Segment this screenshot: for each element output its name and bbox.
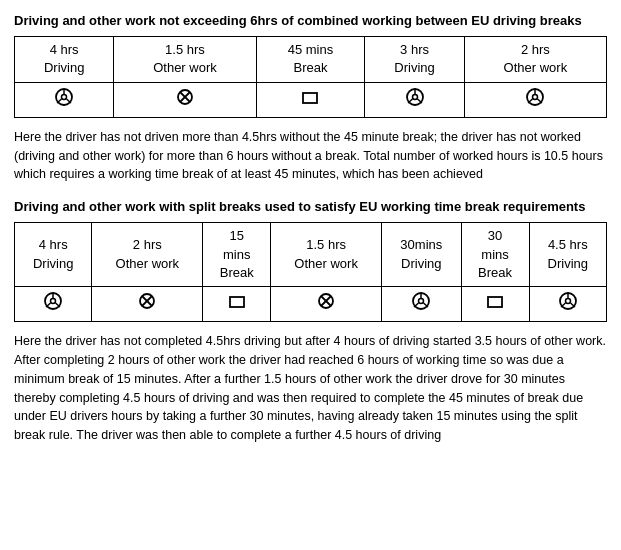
table-row-icons <box>15 82 607 117</box>
cell-s1-c5-label: 2 hrsOther work <box>464 37 606 82</box>
cell-s1-c4-icon <box>365 82 464 117</box>
table2-row-labels: 4 hrsDriving 2 hrsOther work 15minsBreak… <box>15 223 607 287</box>
steering-icon-6 <box>558 291 578 311</box>
svg-point-10 <box>412 94 417 99</box>
cell-s1-c5-icon <box>464 82 606 117</box>
cell-s1-c3-label: 45 minsBreak <box>256 37 365 82</box>
svg-point-20 <box>51 298 56 303</box>
section2-description: Here the driver has not completed 4.5hrs… <box>14 332 607 445</box>
cell-s2-c2-label: 2 hrsOther work <box>92 223 203 287</box>
cell-s1-c4-label: 3 hrsDriving <box>365 37 464 82</box>
cell-s2-c6-label: 30minsBreak <box>461 223 529 287</box>
table-row-labels: 4 hrsDriving 1.5 hrsOther work 45 minsBr… <box>15 37 607 82</box>
section1-table: 4 hrsDriving 1.5 hrsOther work 45 minsBr… <box>14 36 607 118</box>
cell-s2-c1-icon <box>15 286 92 321</box>
svg-rect-8 <box>303 93 317 103</box>
section2-title: Driving and other work with split breaks… <box>14 198 607 216</box>
cell-s1-c2-label: 1.5 hrsOther work <box>114 37 256 82</box>
steering-icon-4 <box>43 291 63 311</box>
section2-table: 4 hrsDriving 2 hrsOther work 15minsBreak… <box>14 222 607 322</box>
cross-icon-3 <box>316 291 336 311</box>
steering-icon-5 <box>411 291 431 311</box>
cell-s2-c3-label: 15minsBreak <box>203 223 271 287</box>
cell-s2-c7-label: 4.5 hrsDriving <box>529 223 606 287</box>
cell-s1-c1-label: 4 hrsDriving <box>15 37 114 82</box>
cross-icon-1 <box>175 87 195 107</box>
cell-s2-c7-icon <box>529 286 606 321</box>
table2-row-icons <box>15 286 607 321</box>
steering-icon-2 <box>405 87 425 107</box>
svg-rect-36 <box>488 297 502 307</box>
cell-s2-c5-label: 30minsDriving <box>382 223 462 287</box>
cell-s2-c5-icon <box>382 286 462 321</box>
cell-s2-c1-label: 4 hrsDriving <box>15 223 92 287</box>
brake-icon-2 <box>227 292 247 310</box>
cell-s2-c2-icon <box>92 286 203 321</box>
cross-icon-2 <box>137 291 157 311</box>
cell-s2-c6-icon <box>461 286 529 321</box>
svg-point-32 <box>419 298 424 303</box>
cell-s1-c1-icon <box>15 82 114 117</box>
steering-icon-3 <box>525 87 545 107</box>
cell-s1-c3-icon <box>256 82 365 117</box>
svg-point-1 <box>62 94 67 99</box>
svg-point-38 <box>565 298 570 303</box>
cell-s1-c2-icon <box>114 82 256 117</box>
cell-s2-c3-icon <box>203 286 271 321</box>
brake-icon-3 <box>485 292 505 310</box>
steering-icon-1 <box>54 87 74 107</box>
cell-s2-c4-label: 1.5 hrsOther work <box>271 223 382 287</box>
cell-s2-c4-icon <box>271 286 382 321</box>
svg-rect-27 <box>230 297 244 307</box>
svg-point-15 <box>533 94 538 99</box>
brake-icon-1 <box>300 88 320 106</box>
section1-description: Here the driver has not driven more than… <box>14 128 607 184</box>
section1-title: Driving and other work not exceeding 6hr… <box>14 12 607 30</box>
